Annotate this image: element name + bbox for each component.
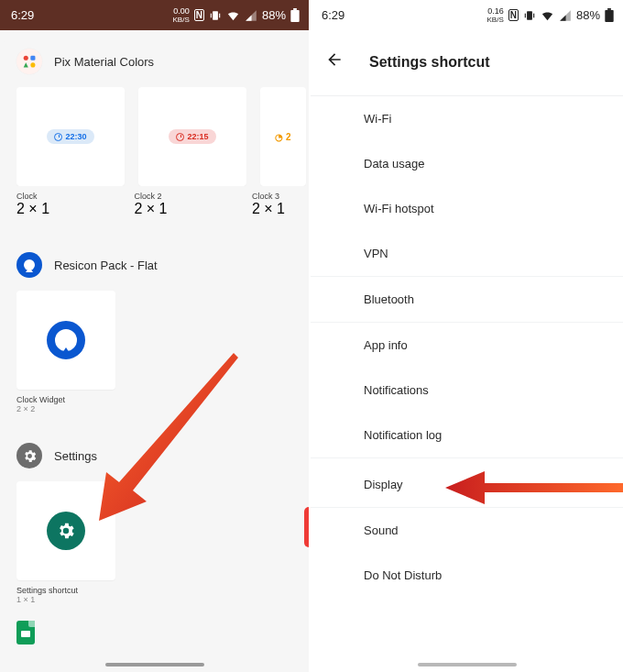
item-notifications[interactable]: Notifications [311,368,623,413]
shortcut-list: Wi-Fi Data usage Wi-Fi hotspot VPN Bluet… [311,96,623,586]
item-data-usage[interactable]: Data usage [311,141,623,186]
section-title: Settings [54,449,97,463]
widget-settings-shortcut[interactable] [16,481,115,580]
settings-icon [16,443,42,468]
item-dnd[interactable]: Do Not Disturb [311,553,623,586]
caption-clock-2: Clock 2 2 × 1 [134,192,237,217]
item-vpn[interactable]: VPN [311,231,623,276]
caption-clock-3: Clock 3 2 × 1 [252,192,296,217]
nav-handle[interactable] [418,663,517,666]
widget-resicon-clock[interactable] [16,291,115,390]
svg-rect-12 [607,8,611,10]
svg-rect-10 [525,13,526,17]
signal-icon [245,9,257,22]
nfc-icon: N [508,9,519,21]
item-wifi[interactable]: Wi-Fi [311,96,623,141]
widget-clock-1[interactable]: 22:30 [16,87,125,186]
widget-clock-3[interactable]: ◔ 2 [260,87,306,186]
wifi-icon [226,8,240,22]
svg-rect-2 [219,13,220,17]
section-settings[interactable]: Settings [4,439,309,481]
nav-handle[interactable] [105,663,204,666]
clock-icon [176,133,184,141]
clock-pill-blue: 22:30 [47,129,93,144]
signal-icon [559,9,572,22]
item-bluetooth[interactable]: Bluetooth [311,277,623,322]
data-speed: 0.16KB/S [487,7,504,24]
svg-rect-1 [211,13,212,17]
status-icons: 0.16KB/S N 88% [487,7,615,24]
battery-pct: 88% [262,8,286,22]
resicon-pack-icon [16,252,42,278]
svg-rect-4 [290,10,299,22]
battery-pct: 88% [576,8,600,22]
caption-settings-shortcut: Settings shortcut 1 × 1 [4,580,309,604]
section-pix-material[interactable]: Pix Material Colors [4,45,309,87]
right-screen: 6:29 0.16KB/S N 88% Settings shortcut Wi… [311,0,623,672]
slides-icon [16,621,35,644]
status-icons: 0.00KB/S N 88% [173,7,301,24]
left-screen: 6:29 0.00KB/S N 88% Pix Mate [0,0,311,672]
widget-clock-2[interactable]: 22:15 [138,87,246,186]
item-sound[interactable]: Sound [311,508,623,553]
svg-rect-0 [213,11,218,19]
section-title: Resicon Pack - Flat [54,259,158,272]
svg-rect-13 [605,10,613,22]
status-bar-left: 6:29 0.00KB/S N 88% [0,0,309,30]
settings-shortcut-icon [47,512,85,550]
battery-icon [605,8,614,22]
svg-rect-3 [293,8,297,10]
nfc-icon: N [194,9,204,21]
item-wifi-hotspot[interactable]: Wi-Fi hotspot [311,186,623,231]
data-speed: 0.00KB/S [173,7,190,24]
resicon-large-icon [47,321,85,359]
clock-icon [54,133,62,141]
item-display[interactable]: Display [311,462,623,507]
back-arrow-icon[interactable] [325,50,344,73]
vibrate-icon [523,9,536,22]
svg-rect-6 [30,55,35,60]
status-bar-right: 6:29 0.16KB/S N 88% [311,0,623,30]
svg-point-7 [30,62,35,67]
status-time: 6:29 [11,8,34,22]
clock-icon-partial: ◔ 2 [275,132,290,142]
svg-rect-9 [527,11,532,19]
pix-material-icon [16,49,42,74]
svg-point-5 [23,55,27,60]
item-notification-log[interactable]: Notification log [311,413,623,457]
caption-resicon: Clock Widget 2 × 2 [4,390,309,413]
section-slides-partial[interactable] [4,621,309,644]
widget-picker-panel: Pix Material Colors 22:30 22:15 ◔ 2 [4,30,309,672]
page-title: Settings shortcut [369,54,490,71]
item-app-info[interactable]: App info [311,323,623,368]
battery-icon [290,8,300,22]
clock-pill-red: 22:15 [169,129,215,144]
title-row: Settings shortcut [311,30,623,95]
section-resicon[interactable]: Resicon Pack - Flat [4,248,309,291]
section-title: Pix Material Colors [54,55,154,69]
wifi-icon [541,8,554,22]
vibrate-icon [209,9,222,22]
caption-clock-1: Clock 2 × 1 [16,192,120,217]
scroll-indicator [304,507,309,547]
svg-rect-11 [533,13,534,17]
status-time: 6:29 [322,8,344,22]
